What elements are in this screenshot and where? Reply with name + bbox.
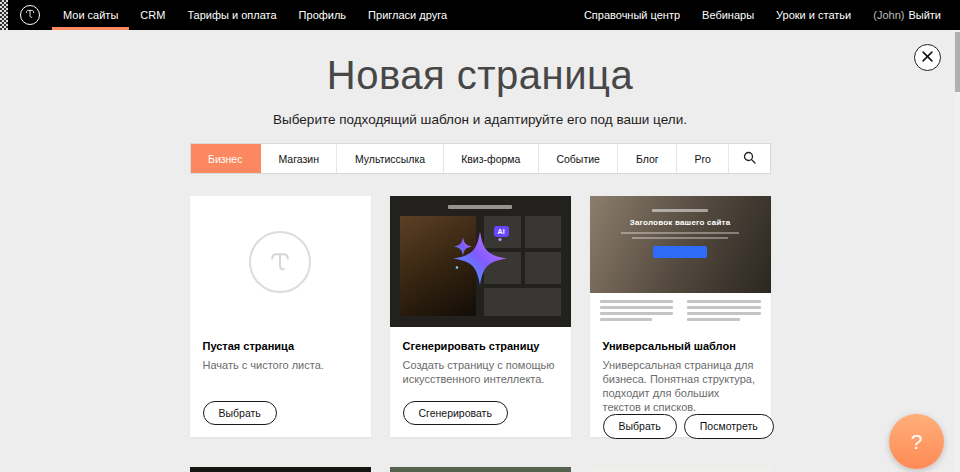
template-card-generate[interactable]: AI Сгенерировать страницу Создать страни… <box>390 196 571 437</box>
nav-crm[interactable]: CRM <box>129 0 176 30</box>
template-card-universal[interactable]: Заголовок вашего сайта <box>590 196 771 437</box>
text-placeholder-line <box>600 318 653 321</box>
template-preview <box>190 467 371 472</box>
scrollbar[interactable] <box>955 30 960 472</box>
page-title: Новая страница <box>0 52 960 98</box>
main-nav: Мои сайты CRM Тарифы и оплата Профиль Пр… <box>52 0 458 30</box>
blank-template-preview <box>190 196 371 327</box>
template-preview <box>590 467 771 472</box>
tab-event[interactable]: Событие <box>539 144 619 173</box>
preview-cta-button <box>653 246 707 258</box>
user-name: (John) <box>873 9 904 21</box>
card-title: Пустая страница <box>203 340 358 352</box>
search-tab[interactable] <box>729 144 769 173</box>
universal-template-preview: Заголовок вашего сайта <box>590 196 771 327</box>
text-placeholder-column <box>600 300 674 327</box>
ai-template-preview: AI <box>390 196 571 327</box>
account-area: (John) Выйти <box>862 0 952 30</box>
text-placeholder-line <box>600 306 674 309</box>
page-subtitle: Выберите подходящий шаблон и адаптируйте… <box>0 112 960 127</box>
preview-text-section <box>590 293 771 327</box>
card-description: Универсальная страница для бизнеса. Поня… <box>603 358 758 414</box>
text-placeholder-line <box>687 312 761 315</box>
logout-link[interactable]: Выйти <box>908 9 941 21</box>
text-placeholder-line <box>600 300 674 303</box>
secondary-nav: Справочный центр Вебинары Уроки и статьи… <box>573 0 960 30</box>
text-placeholder-line <box>687 300 761 303</box>
card-actions: Сгенерировать <box>403 401 558 426</box>
tab-quiz-form[interactable]: Квиз-форма <box>444 144 539 173</box>
tab-shop[interactable]: Магазин <box>261 144 338 173</box>
topbar: Мои сайты CRM Тарифы и оплата Профиль Пр… <box>0 0 960 30</box>
choose-button[interactable]: Выбрать <box>203 401 277 426</box>
tilda-mark-icon <box>249 231 311 293</box>
template-card-partial-2[interactable] <box>390 467 571 472</box>
card-actions: Выбрать <box>203 401 358 426</box>
text-placeholder-line <box>621 232 739 234</box>
preview-site-title: Заголовок вашего сайта <box>630 218 731 227</box>
card-body: Пустая страница Начать с чистого листа. … <box>190 327 371 437</box>
help-button[interactable]: ? <box>889 414 944 469</box>
tilda-mark-icon <box>24 6 36 24</box>
nav-help-center[interactable]: Справочный центр <box>573 0 691 30</box>
preview-tile <box>525 216 561 248</box>
template-card-partial-3[interactable] <box>590 467 771 472</box>
text-placeholder-column <box>687 300 761 327</box>
text-placeholder-line <box>652 209 708 212</box>
nav-invite-friend[interactable]: Пригласи друга <box>357 0 458 30</box>
text-placeholder-line <box>632 237 728 239</box>
text-placeholder-line <box>600 312 674 315</box>
nav-lessons-articles[interactable]: Уроки и статьи <box>765 0 862 30</box>
template-category-tabs: Бизнес Магазин Мультиссылка Квиз-форма С… <box>190 143 771 174</box>
tab-blog[interactable]: Блог <box>618 144 677 173</box>
tab-pro[interactable]: Pro <box>677 144 729 173</box>
preview-hero: Заголовок вашего сайта <box>590 196 771 293</box>
card-title: Универсальный шаблон <box>603 340 758 352</box>
nav-my-sites[interactable]: Мои сайты <box>52 0 129 30</box>
card-description: Начать с чистого листа. <box>203 358 358 372</box>
nav-profile[interactable]: Профиль <box>288 0 358 30</box>
tab-multilink[interactable]: Мультиссылка <box>337 144 443 173</box>
template-preview <box>390 467 571 472</box>
card-body: Универсальный шаблон Универсальная стран… <box>590 327 771 451</box>
text-placeholder-line <box>448 205 512 209</box>
scrollbar-thumb[interactable] <box>955 32 960 92</box>
card-actions: Выбрать Посмотреть <box>603 414 758 439</box>
preview-button[interactable]: Посмотреть <box>684 414 774 439</box>
tab-business[interactable]: Бизнес <box>191 144 261 173</box>
screen-edge-pattern <box>0 0 8 30</box>
preview-tile <box>525 252 561 284</box>
generate-button[interactable]: Сгенерировать <box>403 401 508 426</box>
close-button[interactable] <box>914 44 941 71</box>
close-icon <box>922 50 933 65</box>
new-page-modal: Новая страница Выберите подходящий шабло… <box>0 52 960 472</box>
text-placeholder-line <box>687 306 761 309</box>
card-description: Создать страницу с помощью искусственног… <box>403 358 558 386</box>
nav-plans-payment[interactable]: Тарифы и оплата <box>176 0 287 30</box>
text-placeholder-line <box>687 318 740 321</box>
tilda-logo[interactable] <box>20 5 40 25</box>
nav-webinars[interactable]: Вебинары <box>691 0 765 30</box>
template-card-partial-1[interactable] <box>190 467 371 472</box>
search-icon <box>743 150 756 168</box>
card-title: Сгенерировать страницу <box>403 340 558 352</box>
card-body: Сгенерировать страницу Создать страницу … <box>390 327 571 437</box>
ai-badge: AI <box>494 226 510 237</box>
template-card-blank[interactable]: Пустая страница Начать с чистого листа. … <box>190 196 371 437</box>
template-grid: Пустая страница Начать с чистого листа. … <box>190 196 771 472</box>
choose-button[interactable]: Выбрать <box>603 414 677 439</box>
